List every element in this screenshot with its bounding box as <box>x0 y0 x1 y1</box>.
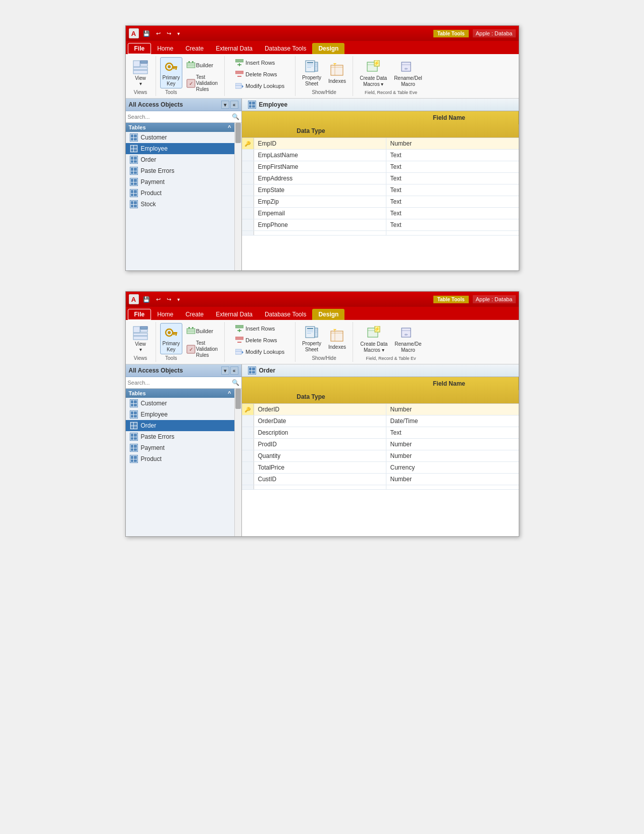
tab-home-1[interactable]: Home <box>151 43 179 54</box>
delete-rows-btn-1[interactable]: Delete Rows <box>232 69 288 80</box>
cell-quantity-type-2[interactable]: Number <box>386 450 519 461</box>
table-row-orderdate-2[interactable]: OrderDate Date/Time <box>242 415 519 427</box>
delete-rows-btn-2[interactable]: Delete Rows <box>232 335 288 346</box>
table-row-custid-2[interactable]: CustID Number <box>242 474 519 485</box>
nav-item-order-1[interactable]: Order <box>126 154 234 165</box>
cell-empty-type-1[interactable] <box>386 231 519 235</box>
cell-emplastname-field-1[interactable]: EmpLastName <box>254 150 386 161</box>
cell-custid-type-2[interactable]: Number <box>386 474 519 485</box>
cell-empemail-field-1[interactable]: Empemail <box>254 208 386 219</box>
property-sheet-btn-2[interactable]: PropertySheet <box>300 323 324 354</box>
cell-empphone-field-1[interactable]: EmpPhone <box>254 219 386 230</box>
test-validation-btn-1[interactable]: ✓ TestValidationRules <box>183 73 220 94</box>
cell-orderid-field-2[interactable]: OrderID <box>254 404 386 415</box>
nav-item-product-1[interactable]: Product <box>126 188 234 199</box>
tab-file-2[interactable]: File <box>128 309 152 320</box>
table-row-empzip-1[interactable]: EmpZip Text <box>242 196 519 208</box>
tab-create-2[interactable]: Create <box>179 309 210 320</box>
cell-empid-field-1[interactable]: EmpID <box>254 138 386 149</box>
table-row-empphone-1[interactable]: EmpPhone Text <box>242 219 519 231</box>
tab-database-tools-2[interactable]: Database Tools <box>259 309 313 320</box>
cell-empstate-type-1[interactable]: Text <box>386 184 519 196</box>
search-input-1[interactable] <box>128 114 232 120</box>
nav-item-paste-errors-2[interactable]: Paste Errors <box>126 431 234 442</box>
table-row-orderid-2[interactable]: 🔑 OrderID Number <box>242 404 519 415</box>
modify-lookups-btn-2[interactable]: Modify Lookups <box>232 346 288 357</box>
table-tab-2[interactable]: Order <box>242 364 519 377</box>
cell-empty-field-1[interactable] <box>254 231 386 235</box>
tab-file-1[interactable]: File <box>128 43 152 54</box>
cell-empstate-field-1[interactable]: EmpState <box>254 184 386 196</box>
modify-lookups-btn-1[interactable]: Modify Lookups <box>232 80 288 91</box>
table-row-emplastname-1[interactable]: EmpLastName Text <box>242 150 519 161</box>
cell-empemail-type-1[interactable]: Text <box>386 208 519 219</box>
table-row-quantity-2[interactable]: Quantity Number <box>242 450 519 462</box>
cell-orderdate-type-2[interactable]: Date/Time <box>386 415 519 427</box>
cell-totalprice-type-2[interactable]: Currency <box>386 462 519 473</box>
view-btn-1[interactable]: View ▾ <box>130 58 151 88</box>
insert-rows-btn-1[interactable]: Insert Rows <box>232 57 288 68</box>
redo-qat-btn-2[interactable]: ↪ <box>165 295 173 304</box>
cell-prodid-field-2[interactable]: ProdID <box>254 439 386 450</box>
nav-item-stock-1[interactable]: Stock <box>126 199 234 210</box>
cell-orderid-type-2[interactable]: Number <box>386 404 519 415</box>
cell-empzip-type-1[interactable]: Text <box>386 196 519 207</box>
table-row-empfirstname-1[interactable]: EmpFirstName Text <box>242 161 519 173</box>
tab-create-1[interactable]: Create <box>179 43 210 54</box>
tab-design-1[interactable]: Design <box>312 43 344 54</box>
table-tab-1[interactable]: Employee <box>242 99 519 111</box>
nav-scrollbar-2[interactable] <box>234 389 241 536</box>
nav-item-payment-1[interactable]: Payment <box>126 176 234 188</box>
nav-filter-btn-1[interactable]: ▾ <box>221 101 229 109</box>
cell-empphone-type-1[interactable]: Text <box>386 219 519 230</box>
tables-collapse-2[interactable]: ^ <box>228 390 231 396</box>
cell-orderdate-field-2[interactable]: OrderDate <box>254 415 386 427</box>
primary-key-btn-2[interactable]: PrimaryKey <box>160 323 182 354</box>
undo-qat-btn-1[interactable]: ↩ <box>154 29 163 38</box>
table-row-empid-1[interactable]: 🔑 EmpID Number <box>242 138 519 150</box>
tab-external-data-1[interactable]: External Data <box>210 43 259 54</box>
cell-description-type-2[interactable]: Text <box>386 427 519 438</box>
nav-item-payment-2[interactable]: Payment <box>126 442 234 453</box>
builder-btn-1[interactable]: Builder <box>183 59 220 72</box>
nav-item-employee-1[interactable]: Employee <box>126 143 234 154</box>
cell-empaddress-field-1[interactable]: EmpAddress <box>254 173 386 184</box>
nav-item-employee-2[interactable]: Employee <box>126 409 234 420</box>
rename-macro-btn-2[interactable]: ✏ Rename/DeMacro <box>392 323 424 355</box>
cell-quantity-field-2[interactable]: Quantity <box>254 450 386 461</box>
nav-item-product-2[interactable]: Product <box>126 453 234 465</box>
tables-collapse-1[interactable]: ^ <box>228 124 231 130</box>
tab-design-2[interactable]: Design <box>312 309 344 320</box>
indexes-btn-1[interactable]: ⚡ Indexes <box>326 61 349 85</box>
tab-home-2[interactable]: Home <box>151 309 179 320</box>
redo-qat-btn-1[interactable]: ↪ <box>165 29 173 38</box>
save-qat-btn-2[interactable]: 💾 <box>141 295 152 304</box>
tab-external-data-2[interactable]: External Data <box>210 309 259 320</box>
indexes-btn-2[interactable]: ⚡ Indexes <box>326 327 349 351</box>
nav-collapse-btn-1[interactable]: « <box>230 101 238 109</box>
cell-prodid-type-2[interactable]: Number <box>386 439 519 450</box>
cell-empzip-field-1[interactable]: EmpZip <box>254 196 386 207</box>
tab-database-tools-1[interactable]: Database Tools <box>259 43 313 54</box>
table-row-prodid-2[interactable]: ProdID Number <box>242 439 519 450</box>
primary-key-btn-1[interactable]: PrimaryKey <box>160 57 182 88</box>
undo-qat-btn-2[interactable]: ↩ <box>154 295 163 304</box>
builder-btn-2[interactable]: Builder <box>183 325 220 338</box>
search-input-2[interactable] <box>128 380 232 386</box>
table-row-description-2[interactable]: Description Text <box>242 427 519 439</box>
nav-item-customer-1[interactable]: Customer <box>126 132 234 143</box>
save-qat-btn-1[interactable]: 💾 <box>141 29 152 38</box>
cell-totalprice-field-2[interactable]: TotalPrice <box>254 462 386 473</box>
nav-item-customer-2[interactable]: Customer <box>126 398 234 409</box>
nav-filter-btn-2[interactable]: ▾ <box>221 366 229 375</box>
table-row-empemail-1[interactable]: Empemail Text <box>242 208 519 219</box>
cell-empaddress-type-1[interactable]: Text <box>386 173 519 184</box>
cell-empfirstname-type-1[interactable]: Text <box>386 161 519 172</box>
test-validation-btn-2[interactable]: ✓ TestValidationRules <box>183 339 220 360</box>
cell-empfirstname-field-1[interactable]: EmpFirstName <box>254 161 386 172</box>
table-row-empstate-1[interactable]: EmpState Text <box>242 184 519 196</box>
nav-scrollbar-1[interactable] <box>234 123 241 270</box>
property-sheet-btn-1[interactable]: PropertySheet <box>300 57 324 88</box>
cell-description-field-2[interactable]: Description <box>254 427 386 438</box>
table-row-totalprice-2[interactable]: TotalPrice Currency <box>242 462 519 474</box>
